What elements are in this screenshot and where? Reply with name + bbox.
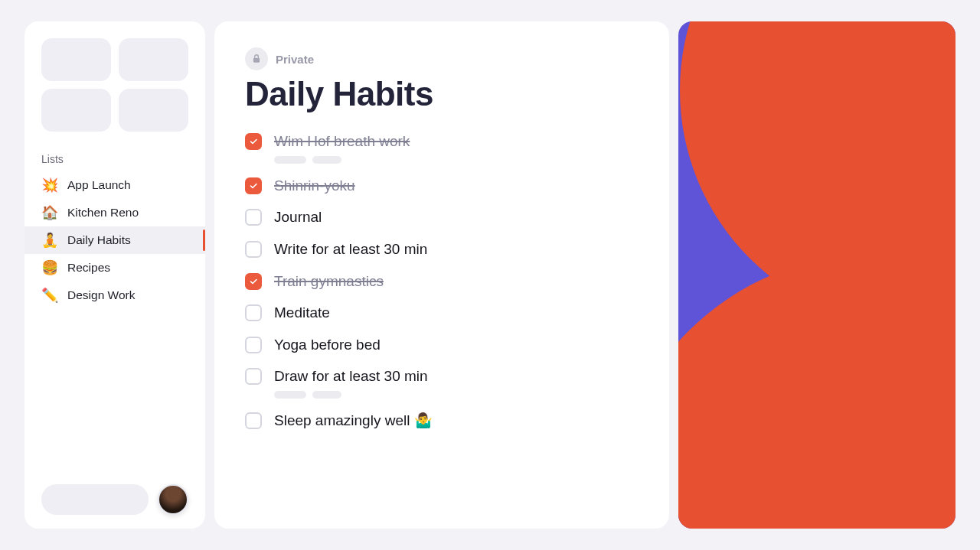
task-tags: [274, 156, 639, 164]
task-checkbox[interactable]: [245, 337, 262, 353]
tag-placeholder: [274, 156, 306, 164]
task-checkbox[interactable]: [245, 133, 262, 150]
task-checkbox[interactable]: [245, 209, 262, 226]
sidebar-item-icon: 🍔: [41, 261, 58, 275]
sidebar-tile[interactable]: [41, 38, 111, 81]
task-body: Meditate: [274, 303, 639, 323]
task-row[interactable]: Draw for at least 30 min: [245, 360, 639, 405]
sidebar-list: 💥App Launch🏠Kitchen Reno🧘Daily Habits🍔Re…: [24, 171, 205, 309]
task-checkbox[interactable]: [245, 304, 262, 321]
task-checkbox[interactable]: [245, 241, 262, 258]
privacy-indicator[interactable]: Private: [245, 47, 314, 70]
sidebar: Lists 💥App Launch🏠Kitchen Reno🧘Daily Hab…: [24, 21, 205, 529]
task-row[interactable]: Shinrin-yoku: [245, 170, 639, 202]
sidebar-item-label: Daily Habits: [67, 233, 131, 247]
task-label: Draw for at least 30 min: [274, 366, 639, 386]
task-body: Draw for at least 30 min: [274, 366, 639, 399]
tag-placeholder: [312, 156, 341, 164]
page-title: Daily Habits: [245, 75, 639, 113]
task-checkbox[interactable]: [245, 368, 262, 385]
sidebar-item-daily-habits[interactable]: 🧘Daily Habits: [24, 226, 205, 254]
sidebar-tile[interactable]: [119, 89, 188, 132]
app-root: Lists 💥App Launch🏠Kitchen Reno🧘Daily Hab…: [0, 0, 980, 550]
task-row[interactable]: Wim Hof breath work: [245, 125, 639, 170]
task-row[interactable]: Sleep amazingly well 🤷‍♂️: [245, 405, 639, 437]
task-body: Yoga before bed: [274, 335, 639, 355]
decorative-panel: [678, 21, 956, 529]
sidebar-tile-grid: [24, 38, 205, 145]
task-body: Write for at least 30 min: [274, 239, 639, 259]
sidebar-tile[interactable]: [119, 38, 188, 81]
sidebar-footer-placeholder[interactable]: [41, 484, 149, 515]
sidebar-item-label: Kitchen Reno: [67, 206, 139, 220]
sidebar-item-icon: 🧘: [41, 233, 58, 247]
sidebar-item-label: App Launch: [67, 178, 131, 192]
sidebar-item-recipes[interactable]: 🍔Recipes: [24, 254, 205, 282]
sidebar-item-icon: ✏️: [41, 288, 58, 302]
sidebar-footer: [24, 484, 205, 515]
task-checkbox[interactable]: [245, 273, 262, 290]
task-row[interactable]: Journal: [245, 201, 639, 233]
task-body: Journal: [274, 207, 639, 227]
task-row[interactable]: Train gymnastics: [245, 265, 639, 298]
deco-shape-bottom: [678, 253, 956, 529]
task-label: Train gymnastics: [274, 272, 639, 291]
sidebar-item-kitchen-reno[interactable]: 🏠Kitchen Reno: [24, 199, 205, 226]
task-body: Shinrin-yoku: [274, 176, 639, 196]
main-panel: Private Daily Habits Wim Hof breath work…: [214, 21, 669, 529]
sidebar-section-label: Lists: [24, 145, 205, 171]
sidebar-item-label: Recipes: [67, 261, 110, 275]
task-row[interactable]: Write for at least 30 min: [245, 233, 639, 265]
task-list: Wim Hof breath workShinrin-yokuJournalWr…: [245, 125, 639, 437]
task-label: Write for at least 30 min: [274, 239, 639, 259]
task-label: Shinrin-yoku: [274, 176, 639, 196]
task-row[interactable]: Meditate: [245, 297, 639, 329]
task-label: Yoga before bed: [274, 335, 639, 355]
task-label: Journal: [274, 207, 639, 227]
sidebar-item-design-work[interactable]: ✏️Design Work: [24, 282, 205, 309]
svg-rect-0: [253, 58, 260, 63]
task-body: Wim Hof breath work: [274, 132, 639, 164]
sidebar-tile[interactable]: [41, 89, 111, 132]
tag-placeholder: [312, 391, 341, 399]
task-checkbox[interactable]: [245, 412, 262, 429]
sidebar-item-icon: 🏠: [41, 206, 58, 220]
avatar[interactable]: [158, 484, 188, 515]
task-checkbox[interactable]: [245, 177, 262, 194]
privacy-label: Private: [276, 53, 314, 66]
sidebar-item-app-launch[interactable]: 💥App Launch: [24, 171, 205, 199]
task-body: Train gymnastics: [274, 272, 639, 291]
task-label: Wim Hof breath work: [274, 132, 639, 151]
task-label: Sleep amazingly well 🤷‍♂️: [274, 411, 639, 431]
task-row[interactable]: Yoga before bed: [245, 329, 639, 361]
task-tags: [274, 391, 639, 399]
task-label: Meditate: [274, 303, 639, 323]
sidebar-item-icon: 💥: [41, 178, 58, 192]
tag-placeholder: [274, 391, 306, 399]
task-body: Sleep amazingly well 🤷‍♂️: [274, 411, 639, 431]
lock-icon: [245, 47, 268, 70]
sidebar-item-label: Design Work: [67, 288, 135, 302]
